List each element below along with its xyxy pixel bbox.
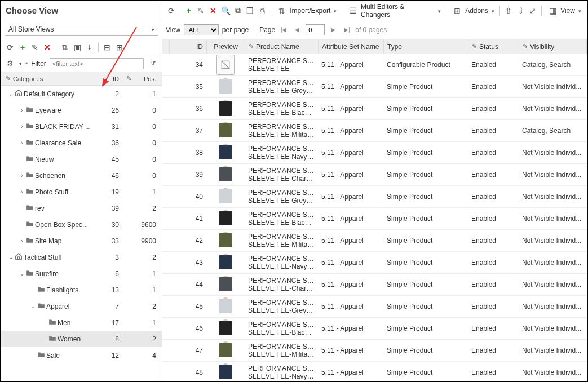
table-row[interactable]: 39PERFORMANCE SHORTSLEEVE TEE-Charcoal .… (162, 164, 587, 186)
cell-status: Enabled (468, 171, 519, 179)
tree-item-id: 13 (100, 286, 122, 294)
settings-icon[interactable] (5, 58, 16, 69)
filter-input[interactable] (50, 58, 144, 69)
col-visibility[interactable]: ✎Visibility (519, 39, 587, 54)
edit-icon[interactable]: ✎ (196, 5, 207, 16)
prev-page-button[interactable]: ◀ (292, 25, 302, 35)
sort-asc-icon[interactable]: ⇧ (503, 5, 514, 16)
last-page-button[interactable]: ▶| (342, 25, 352, 35)
funnel-icon[interactable] (147, 58, 158, 69)
table-row[interactable]: 42PERFORMANCE SHORTSLEEVE TEE-Military G… (162, 230, 587, 252)
col-preview[interactable]: Preview (207, 39, 245, 54)
tree-item[interactable]: Sale124 (1, 347, 162, 363)
expander-icon[interactable]: › (18, 123, 26, 130)
category-tree[interactable]: ⌄Default Category21›Eyeware260›BLACK FRI… (1, 86, 162, 381)
paste-icon[interactable]: ⎙ (257, 5, 268, 16)
expander-icon[interactable]: › (18, 189, 26, 195)
table-row[interactable]: 38PERFORMANCE SHORTSLEEVE TEE-Navy(728)-… (162, 142, 587, 164)
sort-desc-icon[interactable]: ⇩ (515, 5, 527, 16)
tree-edit-icon[interactable]: ✎ (29, 42, 41, 53)
product-grid[interactable]: 34PERFORMANCE SHORTSLEEVE TEE5.11 - Appa… (162, 54, 587, 381)
view-dropdown[interactable]: ▦ View (545, 4, 583, 17)
col-status[interactable]: ✎Status (468, 39, 519, 54)
table-row[interactable]: 36PERFORMANCE SHORTSLEEVE TEE-Black (019… (162, 98, 587, 120)
table-row[interactable]: 40PERFORMANCE SHORTSLEEVE TEE-Grey Heat.… (162, 186, 587, 208)
cell-id: 38 (169, 149, 206, 157)
col-type[interactable]: Type (384, 39, 468, 54)
multi-editors-dropdown[interactable]: ☰ Multi Editors & Changers (345, 2, 443, 20)
tree-item-label: Surefire (35, 270, 100, 278)
expander-icon[interactable]: ⌄ (7, 91, 15, 97)
delete-icon[interactable]: ✕ (207, 5, 219, 16)
cell-product-name: PERFORMANCE SHORTSLEEVE TEE-Black (019)-… (245, 321, 318, 337)
tree-item[interactable]: ⌄Surefire61 (1, 265, 162, 282)
tree-item-pos: 0 (135, 139, 162, 147)
cell-status: Enabled (468, 281, 519, 288)
expander-icon[interactable]: › (18, 140, 26, 146)
tree-item[interactable]: Open Box Spec...309600 (1, 216, 162, 233)
tree-image-icon[interactable]: ▣ (72, 42, 83, 53)
tree-item[interactable]: ⌄Apparel72 (1, 298, 162, 314)
tree-item[interactable]: ›Schoenen460 (1, 167, 162, 184)
tree-swap-icon[interactable]: ⇅ (59, 42, 70, 53)
first-page-button[interactable]: |◀ (278, 25, 289, 35)
tree-item[interactable]: Women82 (1, 331, 162, 347)
expander-icon[interactable]: ⌄ (7, 254, 15, 260)
table-row[interactable]: 45PERFORMANCE SHORTSLEEVE TEE-Grey Heat.… (162, 296, 587, 318)
expander-icon[interactable]: › (18, 172, 26, 179)
col-product-name[interactable]: ✎Product Name (245, 39, 319, 54)
tree-item[interactable]: ›Clearance Sale360 (1, 135, 162, 151)
expander-icon[interactable]: › (18, 238, 26, 244)
table-row[interactable]: 46PERFORMANCE SHORTSLEEVE TEE-Black (019… (162, 318, 587, 340)
cell-visibility: Not Visible Individ... (519, 259, 586, 266)
expander-icon[interactable]: ⌄ (18, 270, 26, 277)
table-row[interactable]: 35PERFORMANCE SHORTSLEEVE TEE-Grey Heat.… (162, 76, 587, 98)
expander-icon[interactable]: ⌄ (29, 303, 37, 309)
tree-item[interactable]: ›Eyeware260 (1, 102, 162, 118)
tree-item[interactable]: ⌄Tactical Stuff32 (1, 249, 162, 265)
refresh-icon[interactable]: ⟳ (166, 5, 177, 16)
cell-id: 42 (169, 237, 206, 245)
search-icon[interactable]: 🔍 (220, 5, 231, 16)
col-attribute-set[interactable]: Attribute Set Name (319, 39, 384, 54)
tree-collapse-all-icon[interactable]: ⊞ (114, 42, 125, 53)
copy2-icon[interactable]: ❐ (245, 5, 256, 16)
tree-item[interactable]: ›BLACK FRIDAY ...310 (1, 118, 162, 135)
copy-icon[interactable]: ⧉ (232, 5, 244, 16)
tree-item[interactable]: ⌄Default Category21 (1, 86, 162, 102)
tree-export-icon[interactable]: ⤓ (84, 42, 95, 53)
col-id[interactable]: ID (170, 39, 207, 54)
table-row[interactable]: 48PERFORMANCE SHORTSLEEVE TEE-Navy(728)-… (162, 362, 587, 381)
table-row[interactable]: 41PERFORMANCE SHORTSLEEVE TEE-Black (019… (162, 208, 587, 230)
tree-item-id: 6 (100, 270, 122, 278)
table-row[interactable]: 43PERFORMANCE SHORTSLEEVE TEE-Navy(728)-… (162, 252, 587, 274)
tree-item[interactable]: Nieuw450 (1, 151, 162, 167)
page-input[interactable] (306, 24, 325, 35)
tree-delete-icon[interactable]: ✕ (42, 42, 53, 53)
tree-item-id: 19 (100, 188, 122, 196)
table-row[interactable]: 37PERFORMANCE SHORTSLEEVE TEE-Military G… (162, 120, 587, 142)
tree-add-icon[interactable]: + (17, 42, 28, 53)
next-page-button[interactable]: ▶ (328, 25, 338, 35)
expand-icon[interactable]: ⤢ (527, 5, 538, 16)
addons-dropdown[interactable]: ⊞ Addons (449, 4, 497, 17)
per-page-select[interactable]: ALL (184, 24, 219, 35)
cell-preview (206, 340, 245, 361)
store-view-select[interactable]: All Store Views (5, 23, 158, 36)
add-icon[interactable]: + (183, 5, 194, 16)
tree-item[interactable]: ›Photo Stuff191 (1, 184, 162, 200)
tree-expand-all-icon[interactable]: ⊟ (101, 42, 113, 53)
cell-preview (206, 318, 245, 339)
table-row[interactable]: 34PERFORMANCE SHORTSLEEVE TEE5.11 - Appa… (162, 54, 587, 76)
expander-icon[interactable]: › (18, 107, 26, 113)
import-export-dropdown[interactable]: ⇅ Import/Export (274, 4, 339, 17)
tree-item[interactable]: Men171 (1, 314, 162, 331)
tree-item-pos: 1 (135, 188, 162, 196)
tree-item[interactable]: ›Site Map339900 (1, 233, 162, 249)
tree-item-label: Women (58, 335, 100, 343)
tree-refresh-icon[interactable]: ⟳ (5, 42, 16, 53)
table-row[interactable]: 47PERFORMANCE SHORTSLEEVE TEE-Military G… (162, 340, 587, 362)
tree-item[interactable]: Flashlights131 (1, 282, 162, 298)
table-row[interactable]: 44PERFORMANCE SHORTSLEEVE TEE-Charcoal .… (162, 274, 587, 296)
tree-item[interactable]: rev392 (1, 200, 162, 216)
